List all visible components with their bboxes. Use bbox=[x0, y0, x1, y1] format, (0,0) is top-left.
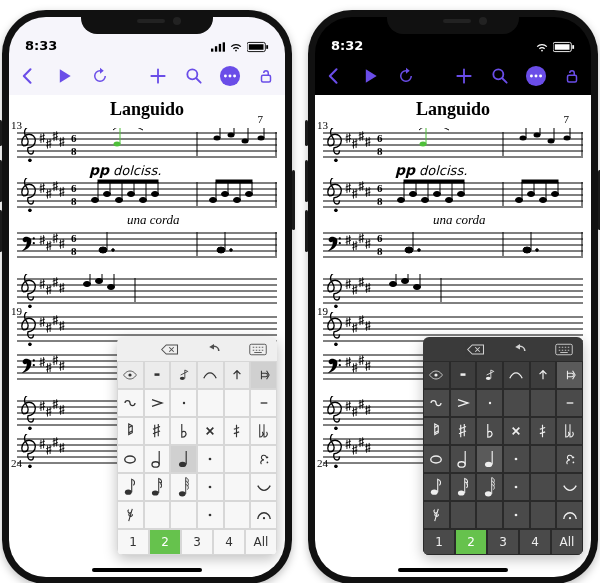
grace-toggle[interactable] bbox=[476, 361, 503, 389]
flat[interactable] bbox=[170, 417, 197, 445]
sixteenth-note[interactable] bbox=[144, 473, 171, 501]
rest-toggle[interactable] bbox=[144, 361, 171, 389]
flat[interactable] bbox=[476, 417, 503, 445]
back-button[interactable] bbox=[17, 65, 39, 87]
search-button[interactable] bbox=[183, 65, 205, 87]
double-flat[interactable] bbox=[556, 417, 583, 445]
accent[interactable] bbox=[450, 389, 477, 417]
add-button[interactable] bbox=[453, 65, 475, 87]
dot-2[interactable] bbox=[503, 473, 530, 501]
quarter-sharp[interactable] bbox=[224, 417, 251, 445]
voice-2[interactable]: 2 bbox=[149, 529, 181, 555]
voice-3[interactable]: 3 bbox=[487, 529, 519, 555]
staccato[interactable] bbox=[170, 389, 197, 417]
note-input-palette[interactable]: 1 2 3 4 All bbox=[423, 337, 583, 555]
empty[interactable] bbox=[530, 389, 557, 417]
staccato[interactable] bbox=[476, 389, 503, 417]
view-toggle[interactable] bbox=[423, 361, 450, 389]
double-sharp[interactable] bbox=[503, 417, 530, 445]
accent[interactable] bbox=[144, 389, 171, 417]
play-button[interactable] bbox=[53, 65, 75, 87]
score-view[interactable]: Languido 13 7 6 8 bbox=[9, 95, 285, 577]
enharmonic-toggle[interactable] bbox=[250, 361, 277, 389]
rewind-button[interactable] bbox=[395, 65, 417, 87]
thirtysecond-note[interactable] bbox=[476, 473, 503, 501]
quarter-note[interactable] bbox=[170, 445, 197, 473]
more-button[interactable] bbox=[219, 65, 241, 87]
whole-note[interactable] bbox=[117, 445, 144, 473]
slur-toggle[interactable] bbox=[503, 361, 530, 389]
home-indicator[interactable] bbox=[92, 568, 202, 572]
tenuto[interactable] bbox=[250, 389, 277, 417]
half-note[interactable] bbox=[450, 445, 477, 473]
sharp[interactable] bbox=[144, 417, 171, 445]
quarter-sharp[interactable] bbox=[530, 417, 557, 445]
empty[interactable] bbox=[503, 389, 530, 417]
insert-toggle[interactable] bbox=[530, 361, 557, 389]
sharp[interactable] bbox=[450, 417, 477, 445]
rest-16[interactable] bbox=[117, 501, 144, 529]
empty[interactable] bbox=[224, 445, 251, 473]
voice-all[interactable]: All bbox=[245, 529, 277, 555]
lock-button[interactable] bbox=[561, 65, 583, 87]
empty[interactable] bbox=[224, 389, 251, 417]
thirtysecond-note[interactable] bbox=[170, 473, 197, 501]
ornament-turn[interactable] bbox=[423, 389, 450, 417]
delete-icon[interactable] bbox=[467, 342, 485, 356]
double-flat[interactable] bbox=[250, 417, 277, 445]
dot[interactable] bbox=[197, 445, 224, 473]
undo-icon[interactable] bbox=[205, 342, 223, 356]
natural[interactable] bbox=[423, 417, 450, 445]
rest-16[interactable] bbox=[423, 501, 450, 529]
empty[interactable] bbox=[450, 501, 477, 529]
note-input-palette[interactable]: 1 2 3 4 All bbox=[117, 337, 277, 555]
eighth-note[interactable] bbox=[117, 473, 144, 501]
grace-toggle[interactable] bbox=[170, 361, 197, 389]
empty[interactable] bbox=[197, 389, 224, 417]
natural[interactable] bbox=[117, 417, 144, 445]
view-toggle[interactable] bbox=[117, 361, 144, 389]
dot-3[interactable] bbox=[197, 501, 224, 529]
empty[interactable] bbox=[530, 445, 557, 473]
more-button[interactable] bbox=[525, 65, 547, 87]
voice-2[interactable]: 2 bbox=[455, 529, 487, 555]
tenuto[interactable] bbox=[556, 389, 583, 417]
dot[interactable] bbox=[503, 445, 530, 473]
slur-toggle[interactable] bbox=[197, 361, 224, 389]
empty[interactable] bbox=[476, 501, 503, 529]
empty[interactable] bbox=[530, 473, 557, 501]
empty[interactable] bbox=[170, 501, 197, 529]
voice-1[interactable]: 1 bbox=[423, 529, 455, 555]
tie[interactable] bbox=[250, 473, 277, 501]
search-button[interactable] bbox=[489, 65, 511, 87]
delete-icon[interactable] bbox=[161, 342, 179, 356]
fermata[interactable] bbox=[556, 501, 583, 529]
back-button[interactable] bbox=[323, 65, 345, 87]
play-button[interactable] bbox=[359, 65, 381, 87]
sixteenth-note[interactable] bbox=[450, 473, 477, 501]
tuplet[interactable] bbox=[556, 445, 583, 473]
quarter-note[interactable] bbox=[476, 445, 503, 473]
tuplet[interactable] bbox=[250, 445, 277, 473]
score-view[interactable]: Languido 13 7 68 bbox=[315, 95, 591, 577]
empty[interactable] bbox=[530, 501, 557, 529]
double-sharp[interactable] bbox=[197, 417, 224, 445]
voice-3[interactable]: 3 bbox=[181, 529, 213, 555]
undo-icon[interactable] bbox=[511, 342, 529, 356]
add-button[interactable] bbox=[147, 65, 169, 87]
empty[interactable] bbox=[224, 501, 251, 529]
keyboard-icon[interactable] bbox=[555, 342, 573, 356]
empty[interactable] bbox=[224, 473, 251, 501]
voice-all[interactable]: All bbox=[551, 529, 583, 555]
whole-note[interactable] bbox=[423, 445, 450, 473]
keyboard-icon[interactable] bbox=[249, 342, 267, 356]
home-indicator[interactable] bbox=[398, 568, 508, 572]
rest-toggle[interactable] bbox=[450, 361, 477, 389]
enharmonic-toggle[interactable] bbox=[556, 361, 583, 389]
tie[interactable] bbox=[556, 473, 583, 501]
dot-2[interactable] bbox=[197, 473, 224, 501]
voice-4[interactable]: 4 bbox=[213, 529, 245, 555]
lock-button[interactable] bbox=[255, 65, 277, 87]
insert-toggle[interactable] bbox=[224, 361, 251, 389]
rewind-button[interactable] bbox=[89, 65, 111, 87]
